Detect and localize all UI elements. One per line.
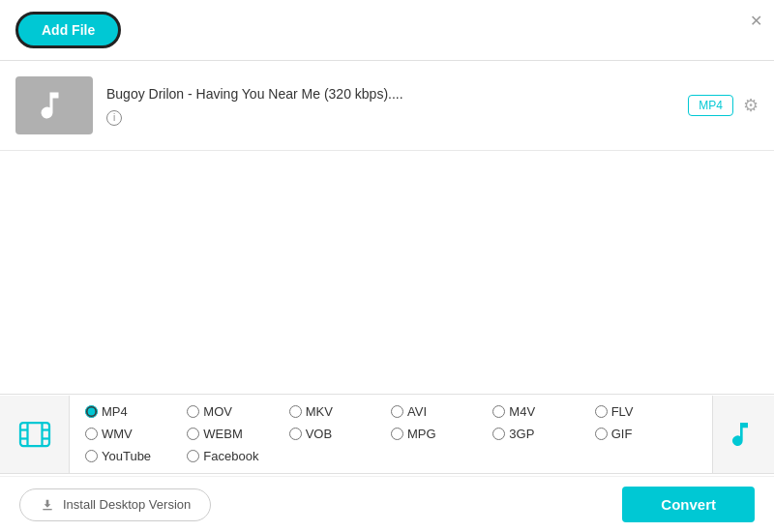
file-name: Bugoy Drilon - Having You Near Me (320 k…	[106, 86, 688, 102]
format-label-mov[interactable]: MOV	[203, 404, 232, 419]
format-option-youtube[interactable]: YouTube	[85, 449, 187, 463]
file-info: Bugoy Drilon - Having You Near Me (320 k…	[106, 86, 688, 126]
file-thumbnail	[15, 76, 93, 134]
format-label-mkv[interactable]: MKV	[306, 404, 333, 419]
format-badge[interactable]: MP4	[688, 95, 733, 116]
format-label-m4v[interactable]: M4V	[509, 404, 535, 419]
format-options: MP4 MOV MKV AVI M4V FLV WMV WEBM	[70, 395, 712, 473]
add-file-button[interactable]: Add File	[15, 12, 121, 48]
format-label-facebook[interactable]: Facebook	[203, 449, 258, 463]
format-option-gif[interactable]: GIF	[595, 427, 697, 441]
download-icon	[40, 497, 55, 513]
format-label-avi[interactable]: AVI	[407, 404, 427, 419]
content-area	[0, 151, 774, 412]
audio-format-icon-box	[712, 396, 774, 473]
file-item: Bugoy Drilon - Having You Near Me (320 k…	[15, 69, 759, 142]
format-option-wmv[interactable]: WMV	[85, 427, 187, 441]
format-option-webm[interactable]: WEBM	[187, 427, 288, 441]
format-label-gif[interactable]: GIF	[611, 427, 633, 441]
format-label-vob[interactable]: VOB	[306, 427, 332, 441]
settings-icon[interactable]: ⚙	[743, 95, 759, 116]
audio-icon	[729, 419, 759, 450]
video-format-icon-box	[0, 396, 70, 473]
format-option-3gp[interactable]: 3GP	[492, 427, 594, 441]
format-label-mp4[interactable]: MP4	[102, 404, 128, 419]
top-bar: Add File ✕	[0, 0, 774, 61]
format-option-vob[interactable]: VOB	[289, 427, 391, 441]
music-icon	[37, 88, 72, 123]
format-option-flv[interactable]: FLV	[595, 404, 697, 419]
install-desktop-button[interactable]: Install Desktop Version	[19, 488, 211, 521]
format-label-wmv[interactable]: WMV	[102, 427, 133, 441]
format-option-mov[interactable]: MOV	[187, 404, 288, 419]
file-actions: MP4 ⚙	[688, 95, 759, 116]
format-label-mpg[interactable]: MPG	[407, 427, 436, 441]
close-button[interactable]: ✕	[750, 12, 762, 30]
svg-rect-0	[20, 423, 49, 446]
format-option-mkv[interactable]: MKV	[289, 404, 391, 419]
format-label-webm[interactable]: WEBM	[203, 427, 242, 441]
action-bar: Install Desktop Version Convert	[0, 476, 774, 532]
file-list: Bugoy Drilon - Having You Near Me (320 k…	[0, 61, 774, 151]
format-option-facebook[interactable]: Facebook	[187, 449, 288, 463]
format-label-3gp[interactable]: 3GP	[509, 427, 534, 441]
film-icon	[17, 417, 52, 452]
format-option-mp4[interactable]: MP4	[85, 404, 187, 419]
format-option-mpg[interactable]: MPG	[391, 427, 492, 441]
install-label: Install Desktop Version	[63, 497, 191, 512]
format-bar: MP4 MOV MKV AVI M4V FLV WMV WEBM	[0, 394, 774, 474]
format-option-avi[interactable]: AVI	[391, 404, 492, 419]
format-label-flv[interactable]: FLV	[611, 404, 634, 419]
convert-button[interactable]: Convert	[622, 487, 755, 522]
format-option-m4v[interactable]: M4V	[492, 404, 594, 419]
format-label-youtube[interactable]: YouTube	[102, 449, 151, 463]
info-icon[interactable]: i	[106, 110, 122, 126]
